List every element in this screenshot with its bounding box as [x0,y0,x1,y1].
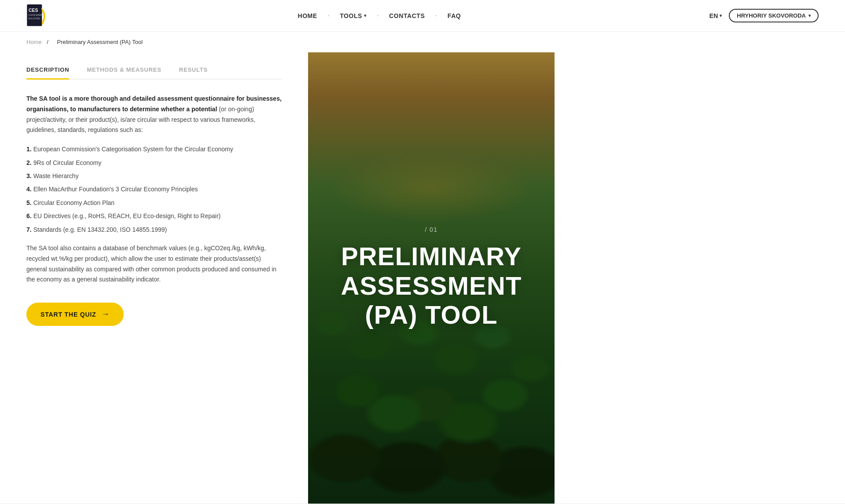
site-header: CES CLEAN ENERGY SOLUTIONS HOME • TOOLS … [0,0,845,32]
main-nav: HOME • TOOLS ▾ • CONTACTS • FAQ [287,12,471,19]
user-chevron-icon: ▾ [808,13,811,18]
hero-title: PRELIMINARY ASSESSMENT (PA) TOOL [341,242,522,330]
start-quiz-button[interactable]: START THE QUIZ → [26,303,124,326]
nav-contacts[interactable]: CONTACTS [378,12,435,19]
svg-text:CES: CES [29,8,38,13]
user-menu[interactable]: HRYHORIY SKOVORODA ▾ [729,9,819,22]
slide-number: / 01 [341,226,522,233]
intro-paragraph: The SA tool is a more thorough and detai… [26,94,282,135]
list-item: 5.Circular Economy Action Plan [26,198,282,208]
tab-results[interactable]: RESULTS [179,61,208,80]
framework-list: 1.European Commission's Categorisation S… [26,144,282,234]
svg-text:CLEAN ENERGY: CLEAN ENERGY [28,14,45,16]
nav-tools[interactable]: TOOLS ▾ [329,12,377,19]
list-item: 3.Waste Hierarchy [26,171,282,181]
tools-chevron-icon: ▾ [364,13,367,18]
breadcrumb-separator: / [47,39,48,45]
list-item: 2.9Rs of Circular Economy [26,158,282,168]
hero-image: / 01 PRELIMINARY ASSESSMENT (PA) TOOL [308,52,555,504]
hero-content: / 01 PRELIMINARY ASSESSMENT (PA) TOOL [341,226,522,330]
header-right: EN ▾ HRYHORIY SKOVORODA ▾ [709,9,819,22]
extra-paragraph: The SA tool also contains a database of … [26,243,282,285]
tab-methods[interactable]: METHODS & MEASURES [87,61,161,80]
list-item: 4.Ellen MacArthur Foundation's 3 Circula… [26,184,282,194]
lang-chevron-icon: ▾ [720,13,722,18]
breadcrumb-home[interactable]: Home [26,39,42,45]
ces-logo-icon: CES CLEAN ENERGY SOLUTIONS [26,4,48,27]
breadcrumb: Home / Preliminary Assessment (PA) Tool [0,32,845,52]
language-selector[interactable]: EN ▾ [709,12,722,19]
logo[interactable]: CES CLEAN ENERGY SOLUTIONS [26,4,49,27]
breadcrumb-current: Preliminary Assessment (PA) Tool [57,39,143,45]
left-panel: DESCRIPTION METHODS & MEASURES RESULTS T… [0,52,308,504]
list-item: 6.EU Directives (e.g., RoHS, REACH, EU E… [26,211,282,221]
nav-home[interactable]: HOME [287,12,327,19]
list-item: 7.Standards (e.g. EN 13432.200, ISO 1485… [26,225,282,234]
main-layout: DESCRIPTION METHODS & MEASURES RESULTS T… [0,52,845,504]
tab-description[interactable]: DESCRIPTION [26,61,69,80]
tabs: DESCRIPTION METHODS & MEASURES RESULTS [26,61,282,80]
nav-faq[interactable]: FAQ [437,12,471,19]
svg-text:SOLUTIONS: SOLUTIONS [28,18,40,20]
list-item: 1.European Commission's Categorisation S… [26,144,282,154]
description-content: The SA tool is a more thorough and detai… [26,94,282,285]
arrow-icon: → [102,310,110,319]
